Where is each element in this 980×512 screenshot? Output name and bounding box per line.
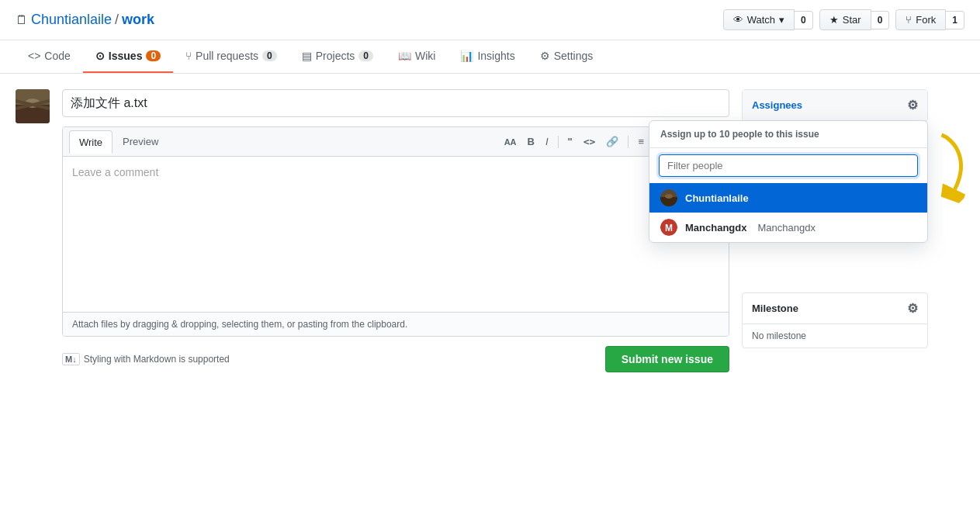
- submit-button[interactable]: Submit new issue: [605, 346, 729, 372]
- eye-icon: 👁: [733, 14, 743, 26]
- user-avatar-manchangdx: M: [660, 219, 677, 236]
- milestone-body: No milestone: [743, 323, 927, 348]
- nav-tabs: <> Code ⊙ Issues 0 ⑂ Pull requests 0 ▤ P…: [0, 40, 980, 74]
- editor-tabs: Write Preview AA B I " <> 🔗 ≡ ≣ ☑ …: [63, 127, 729, 157]
- milestone-label: Milestone: [752, 303, 798, 314]
- preview-tab[interactable]: Preview: [113, 130, 168, 153]
- toolbar-bold-button[interactable]: B: [525, 134, 538, 149]
- attach-text: Attach files by dragging & dropping, sel…: [72, 319, 407, 330]
- issues-icon: ⊙: [95, 50, 105, 62]
- assignees-gear-icon[interactable]: ⚙: [907, 98, 918, 112]
- form-footer: M↓ Styling with Markdown is supported Su…: [62, 346, 729, 372]
- toolbar-bullet-button[interactable]: ≡: [635, 134, 647, 149]
- tab-insights-label: Insights: [477, 50, 514, 62]
- user-avatar: [16, 89, 50, 123]
- toolbar-quote-button[interactable]: ": [565, 134, 576, 149]
- issue-form: Write Preview AA B I " <> 🔗 ≡ ≣ ☑ …: [62, 89, 729, 372]
- assignees-section: Assignees ⚙: [742, 89, 928, 122]
- dropdown-header: Assign up to 10 people to this issue: [649, 121, 927, 148]
- toolbar-code-button[interactable]: <>: [580, 134, 599, 149]
- code-icon: <>: [28, 50, 40, 62]
- tab-projects-label: Projects: [316, 50, 355, 62]
- assignees-label: Assignees: [752, 99, 802, 111]
- main-content: Write Preview AA B I " <> 🔗 ≡ ≣ ☑ …: [0, 74, 980, 388]
- toolbar-divider-1: [558, 136, 559, 148]
- star-group: ★ Star 0: [819, 9, 890, 30]
- user-item-manchangdx[interactable]: M Manchangdx Manchangdx: [649, 213, 927, 242]
- tab-settings-label: Settings: [554, 50, 594, 62]
- attach-bar: Attach files by dragging & dropping, sel…: [63, 312, 729, 336]
- right-panel: Assignees ⚙ Assign up to 10 people to th…: [742, 89, 928, 372]
- svg-point-7: [665, 194, 673, 199]
- toolbar-italic-button[interactable]: I: [542, 134, 552, 149]
- markdown-hint-text: Styling with Markdown is supported: [84, 354, 230, 365]
- tab-settings[interactable]: ⚙ Settings: [528, 40, 606, 73]
- tab-code[interactable]: <> Code: [16, 40, 83, 73]
- user-name-chuntianlaile: Chuntianlaile: [685, 192, 749, 204]
- issues-badge: 0: [146, 50, 161, 61]
- toolbar-divider-2: [628, 136, 629, 148]
- milestone-value: No milestone: [752, 330, 806, 341]
- avatar-sidebar: [16, 89, 50, 372]
- avatar-image: [16, 89, 50, 123]
- insights-icon: 📊: [460, 50, 473, 62]
- milestone-section: Milestone ⚙ No milestone: [742, 292, 928, 348]
- milestone-header: Milestone ⚙: [743, 293, 927, 323]
- tab-wiki-label: Wiki: [415, 50, 435, 62]
- tab-insights[interactable]: 📊 Insights: [448, 40, 527, 73]
- toolbar-link-button[interactable]: 🔗: [603, 134, 622, 149]
- tab-code-label: Code: [44, 50, 70, 62]
- chevron-down-icon: ▾: [779, 14, 784, 26]
- pr-icon: ⑂: [185, 50, 192, 62]
- milestone-gear-icon[interactable]: ⚙: [907, 301, 918, 316]
- user-avatar-chuntianlaile: [660, 189, 677, 206]
- fork-group: ⑂ Fork 1: [895, 9, 964, 30]
- markdown-hint: M↓ Styling with Markdown is supported: [62, 353, 230, 365]
- editor-body[interactable]: Leave a comment: [63, 157, 729, 312]
- tab-wiki[interactable]: 📖 Wiki: [386, 40, 448, 73]
- user-name-manchangdx: Manchangdx: [685, 222, 746, 234]
- user-login-manchangdx: Manchangdx: [757, 222, 815, 234]
- separator: /: [115, 12, 119, 28]
- header-actions: 👁 Watch ▾ 0 ★ Star 0 ⑂ Fork 1: [723, 9, 964, 30]
- fork-label: Fork: [916, 14, 936, 26]
- tab-pull-requests[interactable]: ⑂ Pull requests 0: [173, 40, 289, 73]
- watch-button[interactable]: 👁 Watch ▾: [723, 9, 795, 30]
- fork-button[interactable]: ⑂ Fork: [895, 9, 946, 30]
- editor-container: Write Preview AA B I " <> 🔗 ≡ ≣ ☑ …: [62, 126, 729, 337]
- wiki-icon: 📖: [398, 50, 411, 62]
- repo-icon: 🗒: [16, 13, 28, 27]
- pr-badge: 0: [262, 50, 277, 61]
- write-tab[interactable]: Write: [69, 130, 113, 154]
- tab-pr-label: Pull requests: [196, 50, 258, 62]
- settings-icon: ⚙: [540, 50, 550, 62]
- fork-count: 1: [946, 11, 964, 29]
- watch-group: 👁 Watch ▾ 0: [723, 9, 813, 30]
- star-button[interactable]: ★ Star: [819, 9, 871, 30]
- projects-badge: 0: [358, 50, 373, 61]
- filter-people-input[interactable]: [659, 154, 918, 177]
- assignees-dropdown: Assign up to 10 people to this issue Chu…: [649, 120, 928, 243]
- svg-text:M: M: [665, 223, 673, 234]
- header: 🗒 Chuntianlaile / work 👁 Watch ▾ 0 ★ Sta…: [0, 0, 980, 40]
- user-list: Chuntianlaile M Manchangdx Manchangdx: [649, 183, 927, 242]
- watch-count: 0: [795, 11, 813, 29]
- markdown-icon: M↓: [62, 353, 80, 365]
- editor-tab-group: Write Preview: [69, 130, 168, 153]
- watch-label: Watch: [747, 14, 775, 26]
- tab-projects[interactable]: ▤ Projects 0: [289, 40, 386, 73]
- user-item-chuntianlaile[interactable]: Chuntianlaile: [649, 183, 927, 213]
- editor-placeholder: Leave a comment: [72, 166, 158, 178]
- repo-title: 🗒 Chuntianlaile / work: [16, 12, 154, 28]
- owner-link[interactable]: Chuntianlaile: [31, 12, 112, 28]
- tab-issues[interactable]: ⊙ Issues 0: [83, 40, 173, 73]
- repo-name-link[interactable]: work: [122, 12, 154, 28]
- tab-issues-label: Issues: [109, 50, 143, 62]
- issue-title-input[interactable]: [62, 89, 729, 117]
- star-count: 0: [871, 11, 890, 29]
- toolbar-aa-button[interactable]: AA: [501, 136, 520, 148]
- star-label: Star: [843, 14, 861, 26]
- assignees-header: Assignees ⚙: [743, 90, 927, 121]
- fork-icon: ⑂: [906, 14, 912, 26]
- projects-icon: ▤: [302, 50, 312, 62]
